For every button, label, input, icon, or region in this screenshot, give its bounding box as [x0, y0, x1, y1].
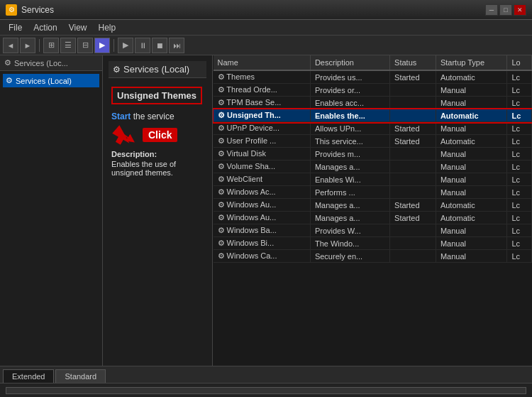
table-row[interactable]: ⚙ WebClientEnables Wi...ManualLc	[214, 173, 532, 186]
table-row[interactable]: ⚙ TPM Base Se...Enables acc...ManualLc	[214, 97, 532, 109]
cell-lo: Lc	[507, 250, 532, 263]
cell-description: This service...	[310, 135, 389, 148]
sidebar-icon: ⚙	[4, 58, 11, 67]
tab-extended[interactable]: Extended	[3, 369, 54, 383]
cell-startup: Manual	[436, 148, 507, 161]
export-button[interactable]: ⊟	[77, 38, 93, 53]
cell-name: ⚙ Windows Bi...	[214, 237, 311, 250]
table-row[interactable]: ⚙ ThemesProvides us...StartedAutomaticLc	[214, 70, 532, 84]
cell-status	[390, 148, 436, 161]
menu-file[interactable]: File	[3, 21, 28, 34]
sidebar-header: ⚙ Services (Loc...	[0, 55, 102, 71]
cell-name: ⚙ Themes	[214, 70, 311, 84]
col-description: Description	[310, 55, 389, 70]
table-row[interactable]: ⚙ Windows Bi...The Windo...ManualLc	[214, 237, 532, 250]
cell-lo: Lc	[507, 199, 532, 212]
cell-status	[390, 161, 436, 173]
tab-standard[interactable]: Standard	[55, 369, 106, 383]
cell-lo: Lc	[507, 186, 532, 199]
cell-name: ⚙ Thread Orde...	[214, 84, 311, 97]
table-row[interactable]: ⚙ Windows Ac...Performs ...ManualLc	[214, 186, 532, 199]
table-row[interactable]: ⚙ Windows Ca...Securely en...ManualLc	[214, 250, 532, 263]
show-hide-button[interactable]: ⊞	[43, 38, 59, 53]
table-row[interactable]: ⚙ Windows Au...Manages a...StartedAutoma…	[214, 199, 532, 212]
table-row[interactable]: ⚙ Unsigned Th...Enables the...AutomaticL…	[214, 109, 532, 122]
cell-startup: Manual	[436, 237, 507, 250]
cell-description: Performs ...	[310, 186, 389, 199]
col-name: Name	[214, 55, 311, 70]
cell-status	[390, 109, 436, 122]
cell-description: Securely en...	[310, 250, 389, 263]
table-row[interactable]: ⚙ UPnP Device...Allows UPn...StartedManu…	[214, 122, 532, 135]
cell-name: ⚙ WebClient	[214, 173, 311, 186]
cell-lo: Lc	[507, 224, 532, 237]
unsigned-themes-box: Unsigned Themes	[111, 87, 202, 104]
stop-button[interactable]: ⏹	[152, 38, 167, 53]
cell-status	[390, 97, 436, 109]
cell-lo: Lc	[507, 148, 532, 161]
cell-lo: Lc	[507, 97, 532, 109]
start-link[interactable]: Start	[111, 112, 131, 121]
sidebar-tree-item[interactable]: ⚙ Services (Local)	[3, 74, 99, 87]
restart-button[interactable]: ⏭	[169, 38, 184, 53]
table-row[interactable]: ⚙ User Profile ...This service...Started…	[214, 135, 532, 148]
cell-name: ⚙ Windows Au...	[214, 212, 311, 224]
sidebar-tree: ⚙ Services (Local)	[0, 71, 102, 366]
panel-header-icon: ⚙	[113, 65, 121, 75]
start-suffix: the service	[131, 112, 174, 121]
arrow-click-area: Click	[111, 124, 204, 146]
cell-status	[390, 173, 436, 186]
back-button[interactable]: ◄	[3, 38, 18, 53]
description-text: Enables the use of unsigned themes.	[111, 160, 204, 177]
properties-button[interactable]: ☰	[60, 38, 76, 53]
unsigned-themes-label: Unsigned Themes	[117, 90, 196, 101]
col-status: Status	[390, 55, 436, 70]
table-row[interactable]: ⚙ Virtual DiskProvides m...ManualLc	[214, 148, 532, 161]
cell-lo: Lc	[507, 173, 532, 186]
cell-name: ⚙ Windows Au...	[214, 199, 311, 212]
cell-lo: Lc	[507, 70, 532, 84]
play-button[interactable]: ▶	[118, 38, 133, 53]
maximize-button[interactable]: □	[499, 4, 512, 16]
panel-header-label: Services (Local)	[123, 64, 189, 75]
cell-name: ⚙ Virtual Disk	[214, 148, 311, 161]
click-label[interactable]: Click	[143, 128, 177, 142]
cell-description: Allows UPn...	[310, 122, 389, 135]
cell-startup: Automatic	[436, 212, 507, 224]
table-row[interactable]: ⚙ Windows Ba...Provides W...ManualLc	[214, 224, 532, 237]
tree-item-label: Services (Local)	[16, 77, 72, 85]
cell-startup: Manual	[436, 84, 507, 97]
sidebar-label: Services (Loc...	[14, 59, 68, 67]
cell-status	[390, 250, 436, 263]
menu-view[interactable]: View	[63, 21, 93, 34]
pause-button[interactable]: ⏸	[135, 38, 150, 53]
content-area: ⚙ Services (Local) Unsigned Themes Start…	[103, 55, 532, 366]
cell-name: ⚙ User Profile ...	[214, 135, 311, 148]
cell-status	[390, 224, 436, 237]
right-panel: Name Description Status Startup Type Lo …	[213, 55, 532, 366]
close-button[interactable]: ✕	[514, 4, 526, 16]
cell-name: ⚙ Windows Ba...	[214, 224, 311, 237]
table-row[interactable]: ⚙ Windows Au...Manages a...StartedAutoma…	[214, 212, 532, 224]
cell-name: ⚙ TPM Base Se...	[214, 97, 311, 109]
cell-name: ⚙ Windows Ca...	[214, 250, 311, 263]
cell-startup: Manual	[436, 161, 507, 173]
col-lo: Lo	[507, 55, 532, 70]
toolbar-sep-2	[113, 39, 114, 52]
status-bar	[0, 383, 532, 397]
minimize-button[interactable]: ─	[485, 4, 498, 16]
toolbar-btn4[interactable]: ▶	[94, 38, 110, 53]
cell-name: ⚙ UPnP Device...	[214, 122, 311, 135]
cell-status: Started	[390, 70, 436, 84]
menu-help[interactable]: Help	[93, 21, 122, 34]
cell-name: ⚙ Windows Ac...	[214, 186, 311, 199]
table-row[interactable]: ⚙ Thread Orde...Provides or...ManualLc	[214, 84, 532, 97]
cell-lo: Lc	[507, 122, 532, 135]
menu-action[interactable]: Action	[28, 21, 62, 34]
table-row[interactable]: ⚙ Volume Sha...Manages a...ManualLc	[214, 161, 532, 173]
cell-startup: Manual	[436, 250, 507, 263]
description-title: Description:	[111, 150, 204, 158]
forward-button[interactable]: ►	[20, 38, 35, 53]
cell-status: Started	[390, 135, 436, 148]
cell-description: Enables the...	[310, 109, 389, 122]
